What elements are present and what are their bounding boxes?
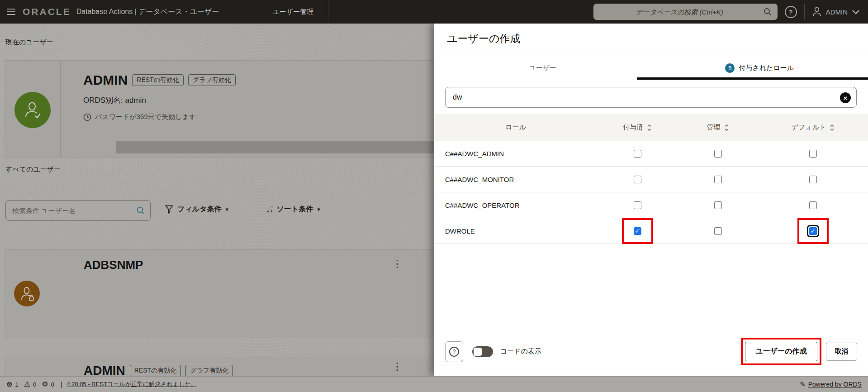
kebab-menu-icon[interactable]: ⋮ — [392, 362, 402, 372]
sort-chevrons-icon — [830, 124, 835, 132]
role-name: C##ADWC_OPERATOR — [434, 201, 597, 209]
role-search: × — [445, 87, 857, 108]
table-row: C##ADWC_MONITOR — [434, 167, 868, 192]
tab-user[interactable]: ユーザー — [434, 56, 651, 80]
user-search — [5, 200, 151, 221]
topbar-divider — [804, 4, 805, 19]
panel-title: ユーザーの作成 — [447, 32, 521, 46]
filter-label: フィルタ条件 — [177, 205, 222, 214]
kebab-menu-icon[interactable]: ⋮ — [392, 259, 402, 269]
user-menu[interactable]: ADMIN — [812, 6, 860, 17]
user-card-name: ADBSNMP — [84, 258, 143, 272]
show-code-label: コードの表示 — [500, 347, 541, 356]
role-name: C##ADWC_ADMIN — [434, 150, 597, 158]
filter-button[interactable]: フィルタ条件 ▾ — [165, 205, 228, 214]
default-checkbox[interactable] — [809, 150, 817, 158]
granted-checkbox[interactable] — [634, 201, 641, 209]
tab-user-management[interactable]: ユーザー管理 — [258, 0, 329, 24]
rest-enabled-badge: RESTの有効化 — [132, 74, 184, 86]
rest-enabled-badge: RESTの有効化 — [130, 365, 181, 376]
filter-funnel-icon — [165, 205, 173, 214]
roles-table: ロール 付与済 管理 デフォルト — [434, 114, 868, 244]
password-expiry-note: パスワードが359日で失効します — [95, 113, 196, 121]
app-title: Database Actions | データベース・ユーザー — [76, 7, 219, 17]
tab-granted-roles[interactable]: 5 付与されたロール — [651, 56, 868, 80]
status-message-link[interactable]: 4:20:05 - RESTコールが正常に解決されました。 — [66, 380, 196, 388]
default-checkbox[interactable] — [809, 176, 817, 183]
panel-footer: ? コードの表示 ユーザーの作成 取消 — [434, 327, 868, 376]
granted-checkbox[interactable] — [634, 150, 641, 158]
help-icon: ? — [449, 347, 459, 357]
error-icon: ⊗ — [6, 381, 12, 388]
database-search — [593, 4, 778, 20]
role-search-input[interactable] — [446, 87, 856, 107]
admin-checkbox[interactable] — [714, 176, 722, 183]
status-bar: ⊗ 1 ⚠ 0 ⚙ 0 | 4:20:05 - RESTコールが正常に解決されま… — [0, 376, 868, 392]
pencil-icon: ✎ — [800, 380, 806, 388]
sort-icon: ↓91 — [266, 206, 272, 214]
admin-checkbox[interactable] — [714, 150, 722, 158]
admin-checkbox[interactable] — [714, 201, 722, 209]
column-header-admin[interactable]: 管理 — [678, 123, 758, 132]
warning-icon: ⚠ — [24, 381, 30, 388]
clear-search-icon[interactable]: × — [840, 92, 851, 103]
role-name: DWROLE — [434, 227, 597, 235]
person-check-icon — [23, 100, 42, 120]
graph-enabled-badge: グラフ有効化 — [188, 74, 236, 86]
sort-button[interactable]: ↓91 ソート条件 ▾ — [266, 205, 320, 214]
table-row: C##ADWC_OPERATOR — [434, 192, 868, 218]
gear-icon: ⚙ — [42, 381, 48, 388]
panel-tabs: ユーザー 5 付与されたロール — [434, 56, 868, 80]
database-search-input[interactable] — [593, 4, 778, 20]
roles-table-header: ロール 付与済 管理 デフォルト — [434, 114, 868, 141]
user-name: ADMIN — [826, 8, 848, 16]
create-user-annotation-box: ユーザーの作成 — [741, 338, 821, 365]
user-card-name: ADMIN — [83, 72, 128, 88]
sort-chevrons-icon — [647, 124, 652, 132]
avatar-locked — [14, 281, 40, 306]
top-bar: ORACLE Database Actions | データベース・ユーザー ユー… — [0, 0, 868, 24]
cancel-button[interactable]: 取消 — [826, 343, 857, 361]
horizontal-scrollbar[interactable] — [116, 141, 478, 153]
admin-checkbox[interactable] — [714, 227, 722, 235]
person-lock-icon — [20, 286, 34, 301]
column-header-granted[interactable]: 付与済 — [597, 123, 678, 132]
column-header-default[interactable]: デフォルト — [758, 123, 868, 132]
show-code-toggle[interactable] — [472, 346, 493, 357]
table-row: C##ADWC_ADMIN — [434, 141, 868, 167]
create-user-button[interactable]: ユーザーの作成 — [745, 342, 817, 361]
role-name: C##ADWC_MONITOR — [434, 176, 597, 183]
avatar-column — [5, 358, 49, 376]
clock-icon — [83, 113, 91, 121]
default-checkbox[interactable] — [809, 201, 817, 209]
current-user-label: 現在のユーザー — [5, 38, 53, 47]
user-search-input[interactable] — [6, 201, 150, 220]
all-users-label: すべてのユーザー — [5, 165, 61, 174]
chevron-down-icon — [852, 10, 860, 14]
oracle-logo: ORACLE — [23, 6, 71, 17]
person-icon — [812, 6, 822, 17]
hamburger-menu-icon[interactable] — [0, 0, 23, 24]
create-user-panel: ユーザーの作成 ユーザー 5 付与されたロール × ロール 付与済 — [434, 24, 868, 376]
error-counter[interactable]: ⊗ 1 — [6, 381, 19, 388]
granted-checkbox[interactable] — [634, 176, 641, 183]
powered-by-ords-link[interactable]: Powered by ORDS — [808, 381, 862, 388]
separator: | — [61, 381, 62, 388]
avatar — [14, 92, 51, 128]
gear-counter[interactable]: ⚙ 0 — [42, 381, 54, 388]
warning-counter[interactable]: ⚠ 0 — [24, 381, 37, 388]
roles-table-body: C##ADWC_ADMIN C##ADWC_MONITOR C##ADWC_OP… — [434, 141, 868, 244]
help-icon[interactable]: ? — [785, 6, 797, 18]
user-card-name: ADMIN — [84, 363, 125, 376]
default-checkbox[interactable]: ✓ — [809, 227, 817, 235]
sort-chevrons-icon — [724, 124, 729, 132]
granted-checkbox[interactable]: ✓ — [634, 227, 641, 235]
caret-down-icon: ▾ — [317, 206, 320, 213]
active-tab-underline — [637, 77, 868, 80]
search-icon — [136, 206, 146, 215]
caret-down-icon: ▾ — [226, 206, 229, 213]
column-header-role[interactable]: ロール — [434, 123, 597, 132]
help-button[interactable]: ? — [445, 341, 463, 362]
table-row: DWROLE ✓ ✓ — [434, 218, 868, 244]
avatar-column — [5, 61, 61, 157]
